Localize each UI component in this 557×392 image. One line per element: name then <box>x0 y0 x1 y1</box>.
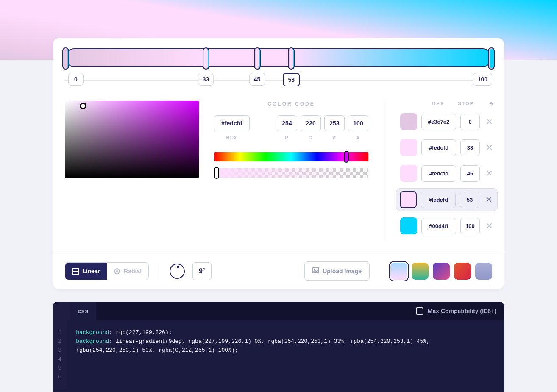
color-code-header: COLOR CODE <box>214 101 368 107</box>
preset-swatch[interactable] <box>412 263 429 280</box>
divider <box>380 263 380 279</box>
hue-slider[interactable] <box>214 152 368 161</box>
a-label: A <box>348 136 368 140</box>
stop-row[interactable]: #fedcfd45✕ <box>396 162 498 184</box>
preset-swatch[interactable] <box>454 263 471 280</box>
row-stop-input[interactable]: 0 <box>460 114 480 130</box>
upload-image-button[interactable]: Upload Image <box>304 261 370 281</box>
stop-position-labels: 0 33 45 53 100 <box>65 73 492 92</box>
type-toggle: Linear Radial <box>65 262 149 280</box>
stop-handle[interactable] <box>254 47 261 70</box>
color-swatch[interactable] <box>400 191 417 208</box>
compat-label: Max Compatibility (IE6+) <box>428 308 496 314</box>
saturation-picker[interactable] <box>65 101 199 178</box>
row-hex-input[interactable]: #fedcfd <box>421 165 456 182</box>
checkbox-icon[interactable] <box>416 307 423 315</box>
stop-handle[interactable] <box>62 47 69 70</box>
code-output[interactable]: background: rgb(227,199,226); background… <box>67 328 504 389</box>
stop-handle[interactable] <box>288 47 295 70</box>
picker-cursor[interactable] <box>80 103 86 109</box>
row-stop-input[interactable]: 53 <box>460 192 479 208</box>
r-input[interactable]: 254 <box>277 115 297 131</box>
svg-point-3 <box>116 270 118 272</box>
row-hex-input[interactable]: #fedcfd <box>421 139 456 156</box>
a-input[interactable]: 100 <box>348 115 368 131</box>
row-hex-input[interactable]: #e3c7e2 <box>421 114 456 130</box>
hex-column-header: HEX <box>432 101 445 106</box>
delete-stop-icon[interactable]: ✕ <box>484 117 494 127</box>
preset-swatch[interactable] <box>475 263 492 280</box>
stop-column-header: STOP <box>458 101 474 106</box>
delete-stop-icon[interactable]: ✕ <box>484 195 494 205</box>
stop-handle[interactable] <box>488 47 495 70</box>
code-panel: css Max Compatibility (IE6+) 123456 back… <box>53 302 504 392</box>
stop-handle[interactable] <box>203 47 209 70</box>
color-swatch[interactable] <box>400 139 417 156</box>
stop-position-input[interactable]: 100 <box>473 73 492 86</box>
stop-row[interactable]: #fedcfd53✕ <box>396 188 498 211</box>
editor-panel: 0 33 45 53 100 COLOR CODE #fedcfd 254 22… <box>53 38 504 289</box>
color-swatch[interactable] <box>400 217 417 234</box>
alpha-handle[interactable] <box>214 167 219 179</box>
row-stop-input[interactable]: 100 <box>460 218 480 234</box>
stop-position-input[interactable]: 0 <box>68 73 84 86</box>
preset-swatch[interactable] <box>433 263 450 280</box>
g-label: G <box>301 136 321 140</box>
alpha-slider[interactable] <box>214 168 368 178</box>
radial-icon <box>114 268 120 275</box>
color-swatch[interactable] <box>400 113 417 130</box>
add-stop-icon[interactable]: ⊕ <box>487 101 495 106</box>
b-input[interactable]: 253 <box>324 115 345 131</box>
radial-label: Radial <box>124 268 142 275</box>
delete-stop-icon[interactable]: ✕ <box>484 168 494 178</box>
stop-row[interactable]: #00d4ff100✕ <box>396 215 498 237</box>
css-tab[interactable]: css <box>70 302 96 320</box>
stop-position-input[interactable]: 45 <box>249 73 265 86</box>
row-stop-input[interactable]: 45 <box>460 165 480 182</box>
stop-row[interactable]: #e3c7e20✕ <box>396 111 498 133</box>
r-label: R <box>277 136 297 140</box>
row-hex-input[interactable]: #00d4ff <box>421 218 456 234</box>
g-input[interactable]: 220 <box>301 115 321 131</box>
linear-button[interactable]: Linear <box>65 263 107 280</box>
hue-handle[interactable] <box>344 151 349 163</box>
linear-icon <box>72 268 79 275</box>
upload-label: Upload Image <box>323 268 362 275</box>
compat-toggle[interactable]: Max Compatibility (IE6+) <box>416 307 504 315</box>
stop-row[interactable]: #fedcfd33✕ <box>396 136 498 158</box>
divider <box>159 263 159 279</box>
delete-stop-icon[interactable]: ✕ <box>484 221 494 231</box>
delete-stop-icon[interactable]: ✕ <box>484 142 494 153</box>
hex-input[interactable]: #fedcfd <box>214 115 250 131</box>
stop-position-input[interactable]: 53 <box>283 73 300 86</box>
preset-swatch[interactable] <box>390 263 407 280</box>
angle-dial[interactable] <box>170 264 185 279</box>
row-hex-input[interactable]: #fedcfd <box>421 192 456 208</box>
row-stop-input[interactable]: 33 <box>460 139 480 156</box>
angle-input[interactable]: 9° <box>192 262 212 280</box>
gradient-bar[interactable] <box>65 48 492 67</box>
linear-label: Linear <box>82 268 100 275</box>
radial-button[interactable]: Radial <box>107 263 148 280</box>
line-numbers: 123456 <box>53 320 67 389</box>
hex-label: HEX <box>214 136 250 140</box>
stop-position-input[interactable]: 33 <box>198 73 214 86</box>
image-icon <box>312 267 319 275</box>
color-swatch[interactable] <box>400 165 417 182</box>
b-label: B <box>324 136 345 140</box>
